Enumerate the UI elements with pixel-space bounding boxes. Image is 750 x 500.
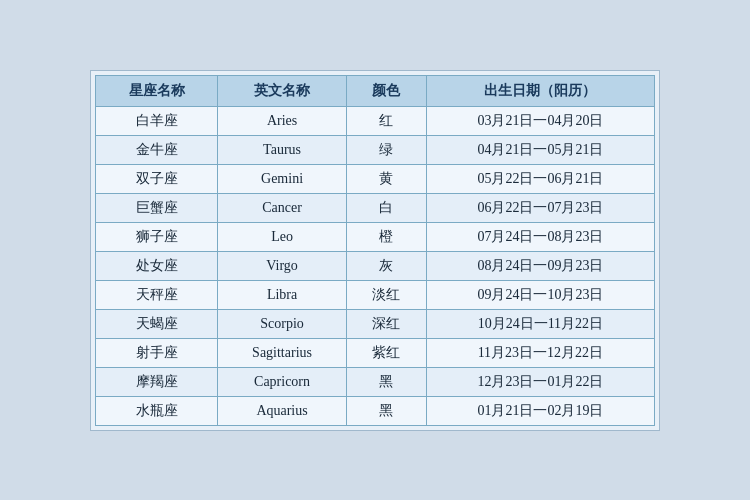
cell-4-3: 07月24日一08月23日 xyxy=(426,222,654,251)
zodiac-table: 星座名称 英文名称 颜色 出生日期（阳历） 白羊座Aries红03月21日一04… xyxy=(95,75,655,426)
table-row: 摩羯座Capricorn黑12月23日一01月22日 xyxy=(96,367,655,396)
cell-6-2: 淡红 xyxy=(346,280,426,309)
cell-10-0: 水瓶座 xyxy=(96,396,218,425)
cell-8-3: 11月23日一12月22日 xyxy=(426,338,654,367)
table-row: 巨蟹座Cancer白06月22日一07月23日 xyxy=(96,193,655,222)
cell-6-3: 09月24日一10月23日 xyxy=(426,280,654,309)
cell-6-1: Libra xyxy=(218,280,346,309)
cell-2-2: 黄 xyxy=(346,164,426,193)
cell-0-2: 红 xyxy=(346,106,426,135)
cell-3-1: Cancer xyxy=(218,193,346,222)
cell-3-2: 白 xyxy=(346,193,426,222)
table-row: 射手座Sagittarius紫红11月23日一12月22日 xyxy=(96,338,655,367)
table-header-row: 星座名称 英文名称 颜色 出生日期（阳历） xyxy=(96,75,655,106)
cell-7-1: Scorpio xyxy=(218,309,346,338)
cell-8-1: Sagittarius xyxy=(218,338,346,367)
cell-7-3: 10月24日一11月22日 xyxy=(426,309,654,338)
cell-3-0: 巨蟹座 xyxy=(96,193,218,222)
cell-8-0: 射手座 xyxy=(96,338,218,367)
table-row: 天秤座Libra淡红09月24日一10月23日 xyxy=(96,280,655,309)
table-row: 处女座Virgo灰08月24日一09月23日 xyxy=(96,251,655,280)
cell-4-1: Leo xyxy=(218,222,346,251)
cell-8-2: 紫红 xyxy=(346,338,426,367)
cell-10-2: 黑 xyxy=(346,396,426,425)
cell-4-2: 橙 xyxy=(346,222,426,251)
cell-0-1: Aries xyxy=(218,106,346,135)
table-row: 天蝎座Scorpio深红10月24日一11月22日 xyxy=(96,309,655,338)
col-header-english: 英文名称 xyxy=(218,75,346,106)
table-row: 双子座Gemini黄05月22日一06月21日 xyxy=(96,164,655,193)
col-header-color: 颜色 xyxy=(346,75,426,106)
table-row: 金牛座Taurus绿04月21日一05月21日 xyxy=(96,135,655,164)
cell-2-3: 05月22日一06月21日 xyxy=(426,164,654,193)
table-row: 水瓶座Aquarius黑01月21日一02月19日 xyxy=(96,396,655,425)
cell-1-1: Taurus xyxy=(218,135,346,164)
cell-7-0: 天蝎座 xyxy=(96,309,218,338)
cell-1-3: 04月21日一05月21日 xyxy=(426,135,654,164)
cell-5-2: 灰 xyxy=(346,251,426,280)
cell-5-0: 处女座 xyxy=(96,251,218,280)
cell-0-0: 白羊座 xyxy=(96,106,218,135)
cell-2-1: Gemini xyxy=(218,164,346,193)
cell-5-3: 08月24日一09月23日 xyxy=(426,251,654,280)
cell-6-0: 天秤座 xyxy=(96,280,218,309)
table-row: 狮子座Leo橙07月24日一08月23日 xyxy=(96,222,655,251)
cell-10-3: 01月21日一02月19日 xyxy=(426,396,654,425)
cell-7-2: 深红 xyxy=(346,309,426,338)
cell-3-3: 06月22日一07月23日 xyxy=(426,193,654,222)
cell-5-1: Virgo xyxy=(218,251,346,280)
cell-2-0: 双子座 xyxy=(96,164,218,193)
zodiac-table-container: 星座名称 英文名称 颜色 出生日期（阳历） 白羊座Aries红03月21日一04… xyxy=(90,70,660,431)
cell-9-3: 12月23日一01月22日 xyxy=(426,367,654,396)
col-header-dates: 出生日期（阳历） xyxy=(426,75,654,106)
cell-1-2: 绿 xyxy=(346,135,426,164)
cell-10-1: Aquarius xyxy=(218,396,346,425)
col-header-chinese: 星座名称 xyxy=(96,75,218,106)
cell-4-0: 狮子座 xyxy=(96,222,218,251)
table-row: 白羊座Aries红03月21日一04月20日 xyxy=(96,106,655,135)
cell-1-0: 金牛座 xyxy=(96,135,218,164)
cell-0-3: 03月21日一04月20日 xyxy=(426,106,654,135)
cell-9-1: Capricorn xyxy=(218,367,346,396)
cell-9-2: 黑 xyxy=(346,367,426,396)
cell-9-0: 摩羯座 xyxy=(96,367,218,396)
